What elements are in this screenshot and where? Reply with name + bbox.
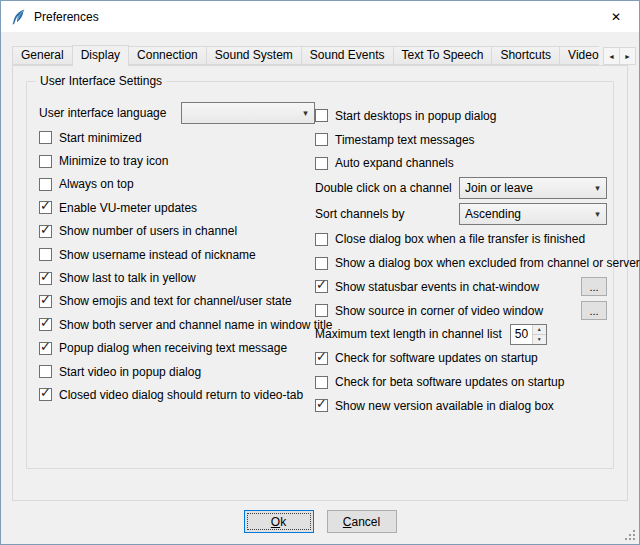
checkbox-check-updates[interactable]: ✓ Check for software updates on startup xyxy=(315,346,607,370)
checkbox-label: Always on top xyxy=(59,177,134,191)
checkbox-label: Show a dialog box when excluded from cha… xyxy=(335,256,640,270)
check-icon: ✓ xyxy=(316,349,327,364)
checkbox-start-minimized[interactable]: ✓ Start minimized xyxy=(39,126,315,149)
spin-buttons: ▲ ▼ xyxy=(532,325,546,344)
ok-button[interactable]: Ok xyxy=(244,510,314,533)
checkbox-box[interactable]: ✓ xyxy=(315,109,328,122)
checkbox-auto-expand-channels[interactable]: ✓ Auto expand channels xyxy=(315,152,607,176)
cancel-button[interactable]: Cancel xyxy=(327,510,397,533)
checkbox-label: Show new version available in dialog box xyxy=(335,399,554,413)
sort-channels-row: Sort channels by Ascending ▾ xyxy=(315,201,607,227)
double-click-select[interactable]: Join or leave ▾ xyxy=(459,177,607,199)
chevron-left-icon: ◄ xyxy=(608,53,615,60)
titlebar[interactable]: Preferences ✕ xyxy=(1,1,639,32)
tab-scroll-left-button[interactable]: ◄ xyxy=(603,47,620,65)
checkbox-box[interactable]: ✓ xyxy=(315,257,328,270)
checkbox-start-desktops-popup[interactable]: ✓ Start desktops in popup dialog xyxy=(315,104,607,128)
tab-sound-system[interactable]: Sound System xyxy=(206,46,302,65)
checkbox-box[interactable]: ✓ xyxy=(315,304,328,317)
checkbox-label: Timestamp text messages xyxy=(335,133,475,147)
close-button[interactable]: ✕ xyxy=(593,1,639,32)
checkbox-show-number-users[interactable]: ✓ Show number of users in channel xyxy=(39,220,315,243)
sort-channels-select[interactable]: Ascending ▾ xyxy=(459,203,607,225)
sort-channels-value: Ascending xyxy=(460,207,589,221)
checkbox-show-source-video[interactable]: ✓ Show source in corner of video window … xyxy=(315,299,607,323)
checkbox-minimize-to-tray[interactable]: ✓ Minimize to tray icon xyxy=(39,149,315,172)
resize-grip[interactable] xyxy=(624,529,636,541)
checkbox-box[interactable]: ✓ xyxy=(315,157,328,170)
statusbar-events-config-button[interactable]: ... xyxy=(581,277,607,296)
checkbox-box[interactable]: ✓ xyxy=(39,225,52,238)
checkbox-box[interactable]: ✓ xyxy=(39,365,52,378)
checkbox-label: Auto expand channels xyxy=(335,156,454,170)
tab-sound-events[interactable]: Sound Events xyxy=(301,46,394,65)
checkbox-box[interactable]: ✓ xyxy=(315,280,328,293)
check-icon: ✓ xyxy=(40,339,51,354)
tab-general[interactable]: General xyxy=(12,46,73,65)
checkbox-box[interactable]: ✓ xyxy=(39,295,52,308)
checkbox-check-beta-updates[interactable]: ✓ Check for beta software updates on sta… xyxy=(315,370,607,394)
checkbox-show-emojis[interactable]: ✓ Show emojis and text for channel/user … xyxy=(39,290,315,313)
checkbox-label: Check for software updates on startup xyxy=(335,351,538,365)
tab-text-to-speech[interactable]: Text To Speech xyxy=(393,46,493,65)
max-text-length-value[interactable]: 50 xyxy=(511,325,532,344)
checkbox-label: Start desktops in popup dialog xyxy=(335,109,496,123)
tab-display[interactable]: Display xyxy=(72,45,129,66)
checkbox-show-new-version[interactable]: ✓ Show new version available in dialog b… xyxy=(315,394,607,418)
check-icon: ✓ xyxy=(40,269,51,284)
checkbox-box[interactable]: ✓ xyxy=(315,233,328,246)
checkbox-box[interactable]: ✓ xyxy=(39,201,52,214)
tab-connection[interactable]: Connection xyxy=(128,46,207,65)
checkbox-box[interactable]: ✓ xyxy=(315,376,328,389)
tab-shortcuts[interactable]: Shortcuts xyxy=(491,46,560,65)
checkbox-statusbar-events[interactable]: ✓ Show statusbar events in chat-window .… xyxy=(315,275,607,299)
checkbox-closed-video-return[interactable]: ✓ Closed video dialog should return to v… xyxy=(39,383,315,406)
checkbox-label: Show both server and channel name in win… xyxy=(59,318,333,332)
checkbox-box[interactable]: ✓ xyxy=(39,131,52,144)
ok-label-accel: O xyxy=(271,515,280,529)
checkbox-box[interactable]: ✓ xyxy=(39,178,52,191)
spin-up-button[interactable]: ▲ xyxy=(533,325,546,334)
checkbox-label: Show statusbar events in chat-window xyxy=(335,280,539,294)
language-row: User interface language ▾ xyxy=(39,100,315,126)
check-icon: ✓ xyxy=(40,292,51,307)
checkbox-box[interactable]: ✓ xyxy=(39,388,52,401)
left-column: User interface language ▾ ✓ Start minimi… xyxy=(39,100,315,407)
checkbox-close-dialog-file-transfer[interactable]: ✓ Close dialog box when a file transfer … xyxy=(315,227,607,251)
tab-video[interactable]: Video xyxy=(559,46,599,65)
checkbox-timestamp-messages[interactable]: ✓ Timestamp text messages xyxy=(315,128,607,152)
checkbox-box[interactable]: ✓ xyxy=(315,399,328,412)
checkbox-always-on-top[interactable]: ✓ Always on top xyxy=(39,173,315,196)
checkbox-show-last-talk-yellow[interactable]: ✓ Show last to talk in yellow xyxy=(39,266,315,289)
checkbox-box[interactable]: ✓ xyxy=(39,155,52,168)
checkbox-show-dialog-excluded[interactable]: ✓ Show a dialog box when excluded from c… xyxy=(315,251,607,275)
checkbox-show-server-channel-title[interactable]: ✓ Show both server and channel name in w… xyxy=(39,313,315,336)
checkbox-label: Closed video dialog should return to vid… xyxy=(59,388,303,402)
video-source-config-button[interactable]: ... xyxy=(581,301,607,320)
group-title: User Interface Settings xyxy=(36,74,166,88)
preferences-window: Preferences ✕ General Display Connection… xyxy=(0,0,640,545)
checkbox-box[interactable]: ✓ xyxy=(39,272,52,285)
max-text-length-input[interactable]: 50 ▲ ▼ xyxy=(510,324,547,345)
checkbox-box[interactable]: ✓ xyxy=(39,318,52,331)
chevron-up-icon: ▲ xyxy=(537,326,542,332)
checkbox-label: Start minimized xyxy=(59,131,142,145)
checkbox-box[interactable]: ✓ xyxy=(315,133,328,146)
checkbox-label: Start video in popup dialog xyxy=(59,365,201,379)
ok-label: k xyxy=(280,515,286,529)
check-icon: ✓ xyxy=(40,198,51,213)
checkbox-show-username[interactable]: ✓ Show username instead of nickname xyxy=(39,243,315,266)
checkbox-box[interactable]: ✓ xyxy=(39,342,52,355)
tab-scroll: ◄ ► xyxy=(603,47,636,65)
checkbox-box[interactable]: ✓ xyxy=(39,248,52,261)
app-icon xyxy=(10,9,26,25)
language-select[interactable]: ▾ xyxy=(181,102,315,124)
checkbox-enable-vu-meter[interactable]: ✓ Enable VU-meter updates xyxy=(39,196,315,219)
checkbox-start-video-popup[interactable]: ✓ Start video in popup dialog xyxy=(39,360,315,383)
checkbox-popup-text-message[interactable]: ✓ Popup dialog when receiving text messa… xyxy=(39,337,315,360)
checkbox-label: Popup dialog when receiving text message xyxy=(59,341,287,355)
checkbox-box[interactable]: ✓ xyxy=(315,352,328,365)
check-icon: ✓ xyxy=(316,277,327,292)
tab-scroll-right-button[interactable]: ► xyxy=(619,47,636,65)
spin-down-button[interactable]: ▼ xyxy=(533,334,546,344)
